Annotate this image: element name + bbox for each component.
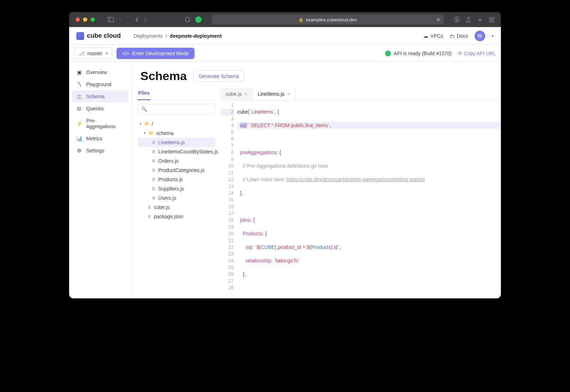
- schema-icon: ◫: [76, 94, 82, 99]
- breadcrumb-root[interactable]: Deployments: [134, 33, 163, 39]
- overview-icon: ▣: [76, 69, 82, 75]
- logo-cube-icon: [76, 32, 84, 40]
- file-icon: 🗎: [152, 168, 156, 173]
- lock-icon: 🔒: [299, 17, 304, 22]
- nav-preagg[interactable]: ⚡Pre-Aggregations: [72, 115, 129, 132]
- vpcs-link[interactable]: ☁ VPCs: [423, 33, 443, 39]
- file-icon: 🗎: [152, 158, 156, 163]
- minimize-window-button[interactable]: [83, 17, 87, 22]
- tree-file-lineitemscount[interactable]: 🗎LineItemsCountByStates.js: [138, 147, 215, 156]
- reload-icon[interactable]: ⟳: [436, 17, 440, 22]
- url-text: examples.cubecloud.dev: [306, 17, 357, 22]
- generate-schema-button[interactable]: Generate Schema: [193, 70, 244, 82]
- status-text: API is ready (Build #1570): [394, 51, 452, 56]
- tab-cube[interactable]: cube.js×: [221, 88, 253, 100]
- tree-file-package[interactable]: 🗎package.json: [138, 212, 215, 221]
- bolt-icon: ⚡: [76, 121, 82, 126]
- address-bar[interactable]: 🔒 examples.cubecloud.dev ⟳: [212, 15, 444, 25]
- vpcs-label: VPCs: [430, 33, 443, 39]
- docs-link[interactable]: 🗀 Docs: [450, 33, 468, 39]
- file-icon: 🗎: [152, 186, 156, 191]
- downloads-icon[interactable]: [454, 17, 460, 22]
- code-area[interactable]: 1234567891011121314151617181920212223242…: [221, 100, 501, 298]
- tree-file-productcategories[interactable]: 🗎ProductCategories.js: [138, 166, 215, 175]
- line-gutter: 1234567891011121314151617181920212223242…: [221, 100, 237, 298]
- browser-titlebar: ⌄ 🔒 examples.cubecloud.dev ⟳: [69, 12, 501, 27]
- avatar[interactable]: IS: [475, 31, 485, 41]
- toolbar: ⎇ master ▾ </> Enter Development Mode ✓ …: [69, 45, 501, 62]
- svg-rect-3: [489, 17, 491, 19]
- file-icon: 🗎: [147, 205, 152, 210]
- page-title: Schema: [140, 69, 187, 83]
- files-panel: Files 🔍 ▼📁/ ▼📁schema 🗎LineItems.js 🗎Line…: [132, 88, 221, 298]
- dev-mode-label: Enter Development Mode: [132, 51, 189, 56]
- close-tab-icon[interactable]: ×: [244, 91, 247, 97]
- api-status: ✓ API is ready (Build #1570): [385, 51, 452, 56]
- nav-queries[interactable]: ⊟Queries: [72, 103, 129, 115]
- branch-selector[interactable]: ⎇ master ▾: [74, 48, 112, 59]
- code-icon: </>: [122, 51, 129, 56]
- breadcrumb-current[interactable]: deepnote-deployment: [170, 33, 222, 39]
- copy-api-url-button[interactable]: ⧉ Copy API URL: [458, 50, 496, 56]
- file-tree: ▼📁/ ▼📁schema 🗎LineItems.js 🗎LineItemsCou…: [138, 119, 215, 221]
- playground-icon: 〽: [76, 82, 82, 87]
- tree-file-users[interactable]: 🗎Users.js: [138, 193, 215, 203]
- back-button[interactable]: [135, 17, 139, 22]
- code-editor: cube.js× LineItems.js× 12345678910111213…: [221, 88, 501, 298]
- logo[interactable]: cube cloud: [76, 32, 121, 40]
- copy-icon: ⧉: [458, 50, 462, 56]
- nav-playground[interactable]: 〽Playground: [72, 78, 129, 90]
- metrics-icon: 📊: [76, 136, 82, 141]
- close-window-button[interactable]: [76, 17, 80, 22]
- tab-lineitems[interactable]: LineItems.js×: [253, 88, 296, 100]
- close-tab-icon[interactable]: ×: [287, 91, 290, 97]
- docs-label: Docs: [457, 33, 468, 39]
- user-menu-chevron-icon[interactable]: ▾: [492, 33, 494, 38]
- nav-metrics[interactable]: 📊Metrics: [72, 132, 129, 145]
- branch-name: master: [87, 51, 103, 56]
- triangle-down-icon: ▼: [139, 122, 142, 126]
- nav-overview[interactable]: ▣Overview: [72, 66, 129, 78]
- chevron-down-icon[interactable]: ⌄: [119, 17, 122, 22]
- browser-window: ⌄ 🔒 examples.cubecloud.dev ⟳ cube cloud: [69, 12, 501, 298]
- tree-file-suppliers[interactable]: 🗎Suppliers.js: [138, 184, 215, 193]
- search-icon: 🔍: [141, 106, 147, 112]
- tree-file-products[interactable]: 🗎Products.js: [138, 175, 215, 184]
- shield-icon[interactable]: [185, 17, 190, 22]
- code-lines: cube(`LineItems`, { sql: `SELECT * FROM …: [237, 100, 501, 298]
- tabs-overview-icon[interactable]: [489, 17, 494, 22]
- tree-root[interactable]: ▼📁/: [138, 119, 215, 129]
- forward-button[interactable]: [144, 17, 147, 22]
- page-header: Schema Generate Schema: [132, 62, 501, 88]
- file-icon: 🗎: [147, 214, 152, 219]
- triangle-down-icon: ▼: [143, 131, 146, 135]
- editor-tabs: cube.js× LineItems.js×: [221, 88, 501, 100]
- tree-file-orders[interactable]: 🗎Orders.js: [138, 156, 215, 166]
- nav-settings[interactable]: ⚙Settings: [72, 145, 129, 157]
- folder-icon: 📁: [149, 131, 154, 136]
- gear-icon: ⚙: [76, 148, 82, 153]
- git-branch-icon: ⎇: [79, 51, 84, 56]
- tree-file-lineitems[interactable]: 🗎LineItems.js: [138, 138, 215, 147]
- sidebar-toggle-icon[interactable]: [108, 17, 114, 22]
- window-controls: [76, 17, 95, 22]
- new-tab-icon[interactable]: [477, 17, 483, 22]
- nav-schema[interactable]: ◫Schema: [72, 90, 129, 103]
- file-search-input[interactable]: 🔍: [138, 104, 215, 114]
- extension-icon[interactable]: [195, 16, 202, 23]
- cloud-icon: ☁: [423, 33, 428, 39]
- status-ok-icon: ✓: [385, 51, 391, 56]
- svg-rect-6: [492, 20, 494, 22]
- files-tab[interactable]: Files: [138, 88, 150, 100]
- enter-dev-mode-button[interactable]: </> Enter Development Mode: [116, 48, 195, 59]
- svg-rect-0: [108, 17, 114, 22]
- tree-folder-schema[interactable]: ▼📁schema: [138, 129, 215, 138]
- share-icon[interactable]: [466, 17, 471, 23]
- file-icon: 🗎: [152, 149, 156, 154]
- app-header: cube cloud Deployments / deepnote-deploy…: [69, 27, 501, 45]
- tree-file-cube[interactable]: 🗎cube.js: [138, 203, 215, 212]
- sidebar-nav: ▣Overview 〽Playground ◫Schema ⊟Queries ⚡…: [69, 62, 132, 298]
- copy-label: Copy API URL: [464, 51, 496, 56]
- logo-text: cube cloud: [87, 32, 121, 40]
- maximize-window-button[interactable]: [90, 17, 95, 22]
